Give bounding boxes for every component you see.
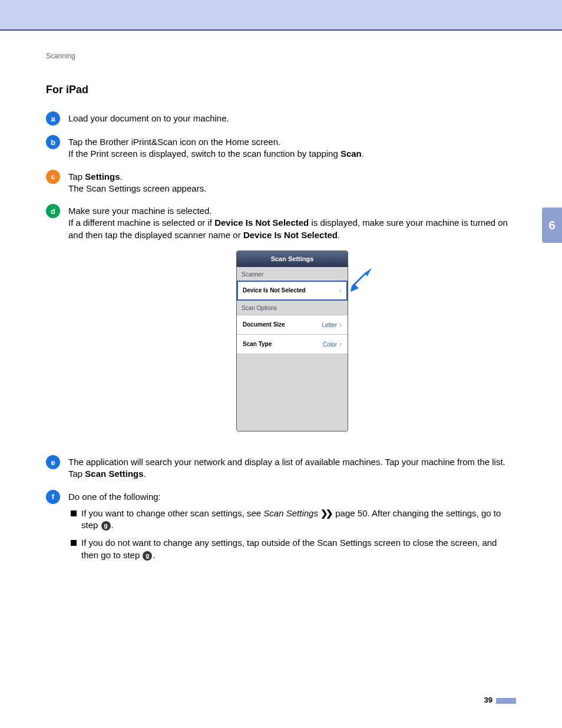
device-row[interactable]: Device Is Not Selected › bbox=[237, 281, 348, 301]
page-number: 39 bbox=[484, 696, 516, 704]
device-row-text: Device Is Not Selected bbox=[243, 286, 306, 295]
step-4-pre: If a different machine is selected or if bbox=[68, 218, 214, 228]
svg-marker-0 bbox=[351, 273, 366, 292]
step-3: c Tap Settings. The Scan Settings screen… bbox=[46, 171, 516, 195]
chevron-right-icon: › bbox=[339, 321, 342, 329]
step-5-pre: Tap bbox=[68, 469, 85, 479]
scanner-section-label: Scanner bbox=[237, 267, 348, 281]
page-number-bar bbox=[496, 698, 516, 704]
bullet-2: If you do not want to change any setting… bbox=[71, 537, 516, 561]
docsize-key: Document Size bbox=[243, 321, 285, 329]
step-5-text: The application will search your network… bbox=[68, 456, 516, 480]
b1-italic: Scan Settings bbox=[263, 508, 318, 518]
panel-spacer bbox=[237, 354, 348, 431]
step-ref-7: g bbox=[143, 551, 152, 561]
step-2-line2-post: . bbox=[362, 149, 364, 159]
step-4-post: . bbox=[338, 230, 340, 240]
step-6-bullets: If you want to change other scan setting… bbox=[68, 508, 516, 561]
square-bullet-icon bbox=[71, 510, 77, 516]
options-section-label: Scan Options bbox=[237, 301, 348, 315]
breadcrumb: Scanning bbox=[46, 52, 516, 60]
step-1-marker: a bbox=[46, 111, 60, 126]
step-4-text: Make sure your machine is selected. If a… bbox=[68, 205, 516, 446]
scantype-key: Scan Type bbox=[243, 340, 272, 348]
scan-settings-graphic: Scan Settings Scanner Device Is Not Sele… bbox=[236, 251, 348, 431]
step-6: f Do one of the following: If you want t… bbox=[46, 491, 516, 567]
step-2-line1: Tap the Brother iPrint&Scan icon on the … bbox=[68, 137, 280, 147]
document-size-row[interactable]: Document Size Letter› bbox=[237, 315, 348, 335]
step-3-pre: Tap bbox=[68, 172, 85, 182]
scan-settings-panel: Scan Settings Scanner Device Is Not Sele… bbox=[236, 251, 348, 431]
step-5-bold: Scan Settings bbox=[85, 469, 143, 479]
step-6-marker: f bbox=[46, 490, 60, 504]
step-3-post: . bbox=[120, 172, 123, 182]
step-ref-7: g bbox=[101, 521, 111, 531]
step-1-text: Load your document on to your machine. bbox=[68, 113, 516, 124]
step-2-text: Tap the Brother iPrint&Scan icon on the … bbox=[68, 136, 516, 160]
svg-marker-1 bbox=[365, 268, 372, 276]
step-3-bold: Settings bbox=[85, 172, 120, 182]
step-3-line2: The Scan Settings screen appears. bbox=[68, 183, 206, 193]
step-6-text: Do one of the following: If you want to … bbox=[68, 491, 516, 567]
step-5-marker: e bbox=[46, 455, 60, 469]
step-3-marker: c bbox=[46, 170, 60, 184]
b1-post: . bbox=[111, 520, 114, 530]
panel-title: Scan Settings bbox=[237, 251, 348, 267]
step-5: e The application will search your netwo… bbox=[46, 456, 516, 480]
step-4-bold2: Device Is Not Selected bbox=[243, 230, 338, 240]
step-4-marker: d bbox=[46, 204, 60, 218]
b1-pre: If you want to change other scan setting… bbox=[81, 508, 263, 518]
double-chevron-icon: ❯❯ bbox=[320, 508, 333, 519]
step-5-line1: The application will search your network… bbox=[68, 457, 505, 467]
bullet-1-text: If you want to change other scan setting… bbox=[81, 508, 516, 532]
page-number-text: 39 bbox=[484, 696, 492, 704]
b2-post: . bbox=[153, 550, 155, 560]
step-4-line1: Make sure your machine is selected. bbox=[68, 206, 211, 216]
step-2-bold: Scan bbox=[340, 149, 362, 159]
step-5-post: . bbox=[144, 469, 146, 479]
scantype-value: Color bbox=[323, 341, 337, 348]
step-1: a Load your document on to your machine. bbox=[46, 113, 516, 126]
step-3-text: Tap Settings. The Scan Settings screen a… bbox=[68, 171, 516, 195]
chevron-right-icon: › bbox=[339, 286, 342, 295]
step-4-bold1: Device Is Not Selected bbox=[214, 218, 309, 228]
page-body: Scanning For iPad a Load your document o… bbox=[0, 31, 562, 728]
scan-type-row[interactable]: Scan Type Color› bbox=[237, 335, 348, 354]
bullet-1: If you want to change other scan setting… bbox=[71, 508, 516, 532]
callout-arrow-icon bbox=[351, 268, 374, 295]
chevron-right-icon: › bbox=[339, 340, 342, 348]
bullet-2-text: If you do not want to change any setting… bbox=[81, 537, 516, 561]
step-2-marker: b bbox=[46, 135, 60, 149]
step-4: d Make sure your machine is selected. If… bbox=[46, 205, 516, 446]
step-6-intro: Do one of the following: bbox=[68, 492, 161, 502]
square-bullet-icon bbox=[71, 540, 77, 546]
top-header-bar bbox=[0, 0, 562, 31]
step-2: b Tap the Brother iPrint&Scan icon on th… bbox=[46, 136, 516, 160]
page-title: For iPad bbox=[46, 84, 516, 96]
docsize-value: Letter bbox=[322, 322, 337, 328]
step-2-line2-pre: If the Print screen is displayed, switch… bbox=[68, 149, 340, 159]
